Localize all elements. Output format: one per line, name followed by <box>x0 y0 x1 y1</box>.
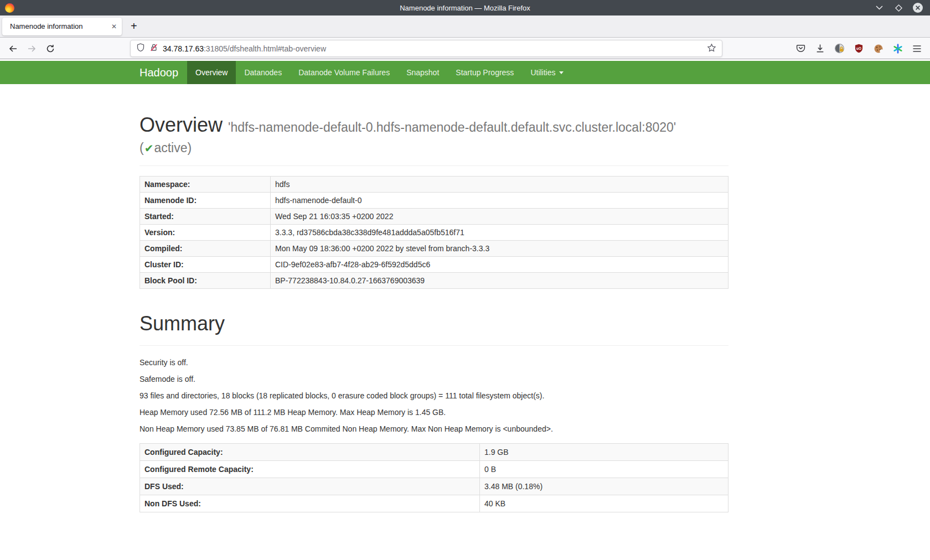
overview-heading: Overview 'hdfs-namenode-default-0.hdfs-n… <box>140 113 728 136</box>
row-value: 1.9 GB <box>480 444 728 461</box>
minimize-icon[interactable] <box>874 2 885 13</box>
url-host: 34.78.17.63 <box>163 44 204 53</box>
table-row: Namenode ID:hdfs-namenode-default-0 <box>140 193 728 209</box>
status-label: active <box>154 141 187 155</box>
tab-close-icon[interactable]: ✕ <box>111 23 117 30</box>
browser-toolbar: 34.78.17.63:31805/dfshealth.html#tab-ove… <box>0 38 930 59</box>
overview-title: Overview <box>140 113 223 136</box>
row-value: Wed Sep 21 16:03:35 +0200 2022 <box>271 209 728 225</box>
row-label: Namespace: <box>140 177 271 193</box>
url-bar[interactable]: 34.78.17.63:31805/dfshealth.html#tab-ove… <box>130 40 722 57</box>
namenode-status: (✔active) <box>140 141 728 155</box>
nav-item-snapshot[interactable]: Snapshot <box>398 61 447 84</box>
table-row: Started:Wed Sep 21 16:03:35 +0200 2022 <box>140 209 728 225</box>
window-controls <box>874 2 923 13</box>
table-row: DFS Used:3.48 MB (0.18%) <box>140 478 728 495</box>
close-icon[interactable] <box>912 2 923 13</box>
privacy-extension-icon[interactable] <box>833 40 846 56</box>
browser-tab[interactable]: Namenode information ✕ <box>2 18 122 35</box>
row-value: BP-772238843-10.84.0.27-1663769003639 <box>271 273 728 289</box>
row-value: hdfs-namenode-default-0 <box>271 193 728 209</box>
row-label: Configured Remote Capacity: <box>140 461 480 478</box>
hadoop-navbar: Hadoop OverviewDatanodesDatanode Volume … <box>0 61 930 84</box>
hadoop-page: Hadoop OverviewDatanodesDatanode Volume … <box>0 61 930 512</box>
summary-line: 93 files and directories, 18 blocks (18 … <box>140 390 728 401</box>
namenode-address: 'hdfs-namenode-default-0.hdfs-namenode-d… <box>228 120 676 134</box>
row-label: Compiled: <box>140 241 271 257</box>
capacity-table: Configured Capacity:1.9 GBConfigured Rem… <box>140 443 728 512</box>
row-value: CID-9ef02e83-afb7-4f28-ab29-6f592d5dd5c6 <box>271 257 728 273</box>
summary-line: Non Heap Memory used 73.85 MB of 76.81 M… <box>140 423 728 434</box>
row-value: 0 B <box>480 461 728 478</box>
row-value: 3.48 MB (0.18%) <box>480 478 728 495</box>
summary-line: Security is off. <box>140 357 728 368</box>
back-button[interactable] <box>4 40 21 57</box>
nav-item-utilities[interactable]: Utilities <box>522 61 571 84</box>
table-row: Configured Capacity:1.9 GB <box>140 444 728 461</box>
table-row: Configured Remote Capacity:0 B <box>140 461 728 478</box>
row-value: 3.3.3, rd37586cbda38c338d9fe481addda5a05… <box>271 225 728 241</box>
ublock-label: uO <box>856 46 861 50</box>
caret-down-icon <box>559 71 564 74</box>
row-value: Mon May 09 18:36:00 +0200 2022 by stevel… <box>271 241 728 257</box>
hadoop-nav-items: OverviewDatanodesDatanode Volume Failure… <box>187 61 571 84</box>
tab-title: Namenode information <box>10 22 107 30</box>
table-row: Block Pool ID:BP-772238843-10.84.0.27-16… <box>140 273 728 289</box>
namenode-info-table: Namespace:hdfsNamenode ID:hdfs-namenode-… <box>140 176 728 289</box>
content-container: Overview 'hdfs-namenode-default-0.hdfs-n… <box>140 113 728 512</box>
row-label: Block Pool ID: <box>140 273 271 289</box>
download-icon[interactable] <box>814 40 826 56</box>
firefox-logo-icon <box>5 3 14 13</box>
toolbar-right-icons: uO <box>794 40 923 56</box>
nav-item-datanodes[interactable]: Datanodes <box>236 61 290 84</box>
url-path: :31805/dfshealth.html#tab-overview <box>204 44 326 53</box>
row-label: Configured Capacity: <box>140 444 480 461</box>
tab-bar: Namenode information ✕ + <box>0 15 930 38</box>
divider <box>140 165 728 166</box>
window-titlebar: Namenode information — Mozilla Firefox <box>0 0 930 15</box>
window-title: Namenode information — Mozilla Firefox <box>0 4 930 12</box>
status-open-paren: ( <box>140 141 144 155</box>
summary-heading: Summary <box>140 312 728 335</box>
reload-button[interactable] <box>42 40 59 57</box>
row-value: hdfs <box>271 177 728 193</box>
check-icon: ✔ <box>144 142 154 154</box>
forward-button[interactable] <box>23 40 40 57</box>
table-row: Non DFS Used:40 KB <box>140 495 728 512</box>
new-tab-button[interactable]: + <box>131 20 137 33</box>
row-label: Non DFS Used: <box>140 495 480 512</box>
row-label: Namenode ID: <box>140 193 271 209</box>
nav-item-overview[interactable]: Overview <box>187 61 236 84</box>
row-value: 40 KB <box>480 495 728 512</box>
ublock-origin-icon[interactable]: uO <box>852 40 865 56</box>
summary-line: Safemode is off. <box>140 374 728 385</box>
bookmark-star-icon[interactable] <box>707 43 716 54</box>
cookie-extension-icon[interactable] <box>872 40 885 56</box>
row-label: Cluster ID: <box>140 257 271 273</box>
table-row: Compiled:Mon May 09 18:36:00 +0200 2022 … <box>140 241 728 257</box>
row-label: Started: <box>140 209 271 225</box>
table-row: Cluster ID:CID-9ef02e83-afb7-4f28-ab29-6… <box>140 257 728 273</box>
shield-icon[interactable] <box>136 43 145 54</box>
table-row: Namespace:hdfs <box>140 177 728 193</box>
insecure-lock-icon[interactable] <box>149 43 158 54</box>
nav-item-datanode-volume-failures[interactable]: Datanode Volume Failures <box>290 61 398 84</box>
divider <box>140 345 728 346</box>
asterisk-extension-icon[interactable] <box>891 40 904 56</box>
nav-item-startup-progress[interactable]: Startup Progress <box>447 61 522 84</box>
summary-line: Heap Memory used 72.56 MB of 111.2 MB He… <box>140 407 728 418</box>
table-row: Version:3.3.3, rd37586cbda38c338d9fe481a… <box>140 225 728 241</box>
maximize-icon[interactable] <box>893 2 904 13</box>
row-label: DFS Used: <box>140 478 480 495</box>
row-label: Version: <box>140 225 271 241</box>
status-close-paren: ) <box>188 141 192 155</box>
summary-lines: Security is off.Safemode is off.93 files… <box>140 357 728 434</box>
menu-hamburger-icon[interactable] <box>911 40 923 56</box>
pocket-icon[interactable] <box>794 40 807 56</box>
hadoop-brand: Hadoop <box>140 61 187 84</box>
